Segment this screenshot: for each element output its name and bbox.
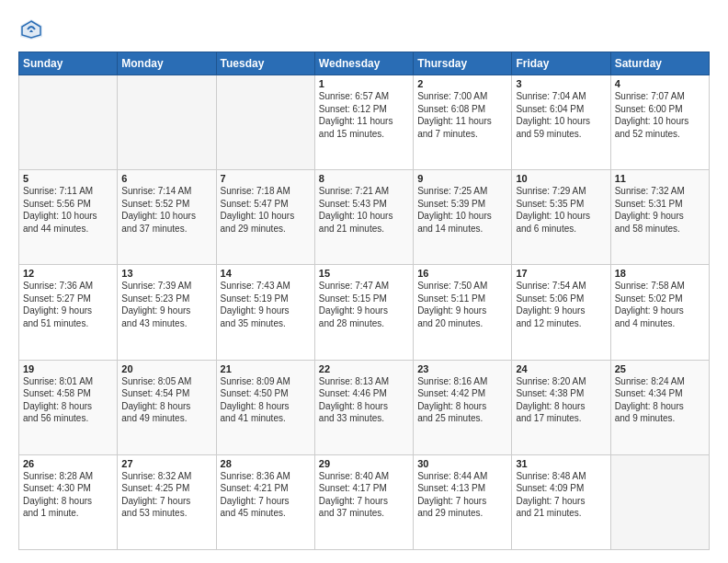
svg-marker-0 [20,19,42,40]
day-number: 3 [516,78,606,89]
day-cell [118,75,216,170]
day-info: Sunrise: 6:57 AM Sunset: 6:12 PM Dayligh… [319,90,409,140]
weekday-header-thursday: Thursday [414,52,512,75]
weekday-header-monday: Monday [118,52,216,75]
day-cell: 25Sunrise: 8:24 AM Sunset: 4:34 PM Dayli… [610,360,709,454]
day-info: Sunrise: 7:39 AM Sunset: 5:23 PM Dayligh… [121,280,211,329]
day-cell: 22Sunrise: 8:13 AM Sunset: 4:46 PM Dayli… [314,360,413,454]
day-info: Sunrise: 7:36 AM Sunset: 5:27 PM Dayligh… [23,280,113,329]
day-cell: 5Sunrise: 7:11 AM Sunset: 5:56 PM Daylig… [19,170,118,265]
day-cell [216,75,314,170]
day-info: Sunrise: 8:01 AM Sunset: 4:58 PM Dayligh… [23,375,113,425]
weekday-header-friday: Friday [512,52,610,75]
weekday-header-tuesday: Tuesday [216,52,314,75]
day-info: Sunrise: 7:32 AM Sunset: 5:31 PM Dayligh… [615,185,705,235]
day-cell: 19Sunrise: 8:01 AM Sunset: 4:58 PM Dayli… [19,360,118,454]
day-number: 13 [121,268,211,279]
weekday-header-wednesday: Wednesday [314,52,413,75]
day-info: Sunrise: 7:50 AM Sunset: 5:11 PM Dayligh… [417,280,507,329]
weekday-header-saturday: Saturday [610,52,709,75]
logo [18,17,48,42]
day-info: Sunrise: 8:44 AM Sunset: 4:13 PM Dayligh… [417,470,507,520]
day-cell: 9Sunrise: 7:25 AM Sunset: 5:39 PM Daylig… [414,170,512,265]
day-number: 27 [121,458,211,469]
day-number: 21 [221,363,311,374]
day-number: 22 [319,363,409,374]
day-info: Sunrise: 7:29 AM Sunset: 5:35 PM Dayligh… [516,185,606,235]
day-number: 18 [615,268,705,279]
day-cell: 29Sunrise: 8:40 AM Sunset: 4:17 PM Dayli… [314,454,413,549]
day-cell: 27Sunrise: 8:32 AM Sunset: 4:25 PM Dayli… [118,454,216,549]
day-number: 17 [516,268,606,279]
day-number: 24 [516,363,606,374]
day-number: 9 [417,173,507,184]
day-number: 15 [319,268,409,279]
day-info: Sunrise: 7:04 AM Sunset: 6:04 PM Dayligh… [516,90,606,140]
day-number: 10 [516,173,606,184]
day-cell: 4Sunrise: 7:07 AM Sunset: 6:00 PM Daylig… [610,75,709,170]
day-cell: 30Sunrise: 8:44 AM Sunset: 4:13 PM Dayli… [414,454,512,549]
day-cell [19,75,118,170]
day-info: Sunrise: 8:40 AM Sunset: 4:17 PM Dayligh… [319,470,409,520]
day-info: Sunrise: 7:54 AM Sunset: 5:06 PM Dayligh… [516,280,606,329]
day-number: 31 [516,458,606,469]
day-cell: 6Sunrise: 7:14 AM Sunset: 5:52 PM Daylig… [118,170,216,265]
week-row-3: 12Sunrise: 7:36 AM Sunset: 5:27 PM Dayli… [19,265,710,360]
day-cell: 10Sunrise: 7:29 AM Sunset: 5:35 PM Dayli… [512,170,610,265]
day-cell: 3Sunrise: 7:04 AM Sunset: 6:04 PM Daylig… [512,75,610,170]
day-number: 6 [121,173,211,184]
day-info: Sunrise: 7:43 AM Sunset: 5:19 PM Dayligh… [221,280,311,329]
day-info: Sunrise: 7:21 AM Sunset: 5:43 PM Dayligh… [319,185,409,235]
day-cell: 1Sunrise: 6:57 AM Sunset: 6:12 PM Daylig… [314,75,413,170]
day-number: 7 [221,173,311,184]
day-cell: 14Sunrise: 7:43 AM Sunset: 5:19 PM Dayli… [216,265,314,360]
day-cell: 16Sunrise: 7:50 AM Sunset: 5:11 PM Dayli… [414,265,512,360]
day-number: 1 [319,78,409,89]
day-number: 12 [23,268,113,279]
day-cell: 21Sunrise: 8:09 AM Sunset: 4:50 PM Dayli… [216,360,314,454]
day-info: Sunrise: 8:09 AM Sunset: 4:50 PM Dayligh… [221,375,311,425]
day-number: 11 [615,173,705,184]
day-info: Sunrise: 8:28 AM Sunset: 4:30 PM Dayligh… [23,470,113,520]
day-info: Sunrise: 8:20 AM Sunset: 4:38 PM Dayligh… [516,375,606,425]
day-cell: 12Sunrise: 7:36 AM Sunset: 5:27 PM Dayli… [19,265,118,360]
day-info: Sunrise: 8:05 AM Sunset: 4:54 PM Dayligh… [121,375,211,425]
day-cell: 18Sunrise: 7:58 AM Sunset: 5:02 PM Dayli… [610,265,709,360]
day-cell: 11Sunrise: 7:32 AM Sunset: 5:31 PM Dayli… [610,170,709,265]
day-cell: 15Sunrise: 7:47 AM Sunset: 5:15 PM Dayli… [314,265,413,360]
day-info: Sunrise: 8:48 AM Sunset: 4:09 PM Dayligh… [516,470,606,520]
day-info: Sunrise: 7:18 AM Sunset: 5:47 PM Dayligh… [221,185,311,235]
day-number: 19 [23,363,113,374]
day-cell: 23Sunrise: 8:16 AM Sunset: 4:42 PM Dayli… [414,360,512,454]
day-number: 26 [23,458,113,469]
day-cell: 13Sunrise: 7:39 AM Sunset: 5:23 PM Dayli… [118,265,216,360]
day-info: Sunrise: 7:58 AM Sunset: 5:02 PM Dayligh… [615,280,705,329]
day-number: 20 [121,363,211,374]
day-info: Sunrise: 8:13 AM Sunset: 4:46 PM Dayligh… [319,375,409,425]
day-number: 16 [417,268,507,279]
day-cell [610,454,709,549]
day-cell: 24Sunrise: 8:20 AM Sunset: 4:38 PM Dayli… [512,360,610,454]
calendar-table: SundayMondayTuesdayWednesdayThursdayFrid… [18,52,710,550]
header [18,17,710,42]
day-number: 5 [23,173,113,184]
weekday-header-sunday: Sunday [19,52,118,75]
day-cell: 31Sunrise: 8:48 AM Sunset: 4:09 PM Dayli… [512,454,610,549]
logo-icon [18,17,44,42]
day-cell: 2Sunrise: 7:00 AM Sunset: 6:08 PM Daylig… [414,75,512,170]
day-info: Sunrise: 7:47 AM Sunset: 5:15 PM Dayligh… [319,280,409,329]
day-info: Sunrise: 7:07 AM Sunset: 6:00 PM Dayligh… [615,90,705,140]
week-row-1: 1Sunrise: 6:57 AM Sunset: 6:12 PM Daylig… [19,75,710,170]
day-info: Sunrise: 7:14 AM Sunset: 5:52 PM Dayligh… [121,185,211,235]
day-number: 23 [417,363,507,374]
weekday-header-row: SundayMondayTuesdayWednesdayThursdayFrid… [19,52,710,75]
day-cell: 28Sunrise: 8:36 AM Sunset: 4:21 PM Dayli… [216,454,314,549]
day-number: 30 [417,458,507,469]
day-info: Sunrise: 7:25 AM Sunset: 5:39 PM Dayligh… [417,185,507,235]
day-info: Sunrise: 8:32 AM Sunset: 4:25 PM Dayligh… [121,470,211,520]
day-number: 29 [319,458,409,469]
day-info: Sunrise: 7:11 AM Sunset: 5:56 PM Dayligh… [23,185,113,235]
day-cell: 8Sunrise: 7:21 AM Sunset: 5:43 PM Daylig… [314,170,413,265]
week-row-5: 26Sunrise: 8:28 AM Sunset: 4:30 PM Dayli… [19,454,710,549]
day-info: Sunrise: 8:36 AM Sunset: 4:21 PM Dayligh… [221,470,311,520]
